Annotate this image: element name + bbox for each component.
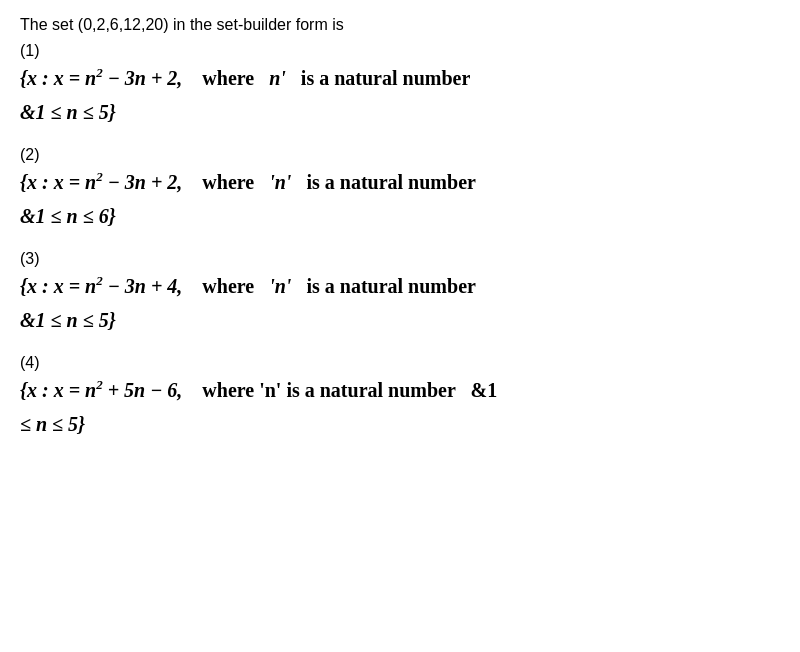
option-3-line1: {x : x = n2 − 3n + 4, where 'n' is a nat… xyxy=(20,270,780,302)
option-4-number: (4) xyxy=(20,354,780,372)
option-2-line1: {x : x = n2 − 3n + 2, where 'n' is a nat… xyxy=(20,166,780,198)
option-2-number: (2) xyxy=(20,146,780,164)
option-1: (1) {x : x = n2 − 3n + 2, where n' is a … xyxy=(20,42,780,128)
option-3-line2: &1 ≤ n ≤ 5} xyxy=(20,304,780,336)
option-4-line2: ≤ n ≤ 5} xyxy=(20,408,780,440)
option-1-number: (1) xyxy=(20,42,780,60)
option-2: (2) {x : x = n2 − 3n + 2, where 'n' is a… xyxy=(20,146,780,232)
option-4-line1: {x : x = n2 + 5n − 6, where 'n' is a nat… xyxy=(20,374,780,406)
intro-text: The set (0,2,6,12,20) in the set-builder… xyxy=(20,16,780,34)
option-3: (3) {x : x = n2 − 3n + 4, where 'n' is a… xyxy=(20,250,780,336)
option-4: (4) {x : x = n2 + 5n − 6, where 'n' is a… xyxy=(20,354,780,440)
option-1-line2: &1 ≤ n ≤ 5} xyxy=(20,96,780,128)
option-3-number: (3) xyxy=(20,250,780,268)
option-1-line1: {x : x = n2 − 3n + 2, where n' is a natu… xyxy=(20,62,780,94)
option-2-line2: &1 ≤ n ≤ 6} xyxy=(20,200,780,232)
